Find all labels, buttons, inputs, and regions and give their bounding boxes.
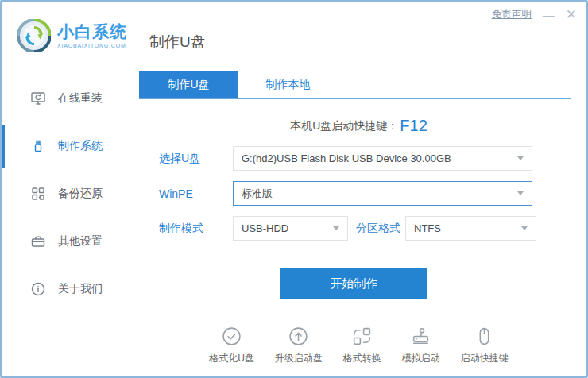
- mode-select-value: USB-HDD: [242, 222, 288, 234]
- sidebar-item-label: 在线重装: [58, 91, 103, 106]
- brand-domain: XIAOBAIXITONG.COM: [57, 43, 127, 48]
- joystick-icon: [410, 326, 431, 347]
- usb-drive-icon: [30, 138, 46, 154]
- winpe-select[interactable]: 标准版: [233, 181, 532, 206]
- sidebar-item-backup-restore[interactable]: 备份还原: [2, 178, 131, 210]
- main-content: 制作U盘 制作本地 本机U盘启动快捷键：F12 选择U盘 G:(hd2)USB …: [131, 70, 586, 378]
- form-row-winpe: WinPE 标准版: [159, 181, 586, 206]
- tool-label: 模拟启动: [402, 352, 440, 365]
- tool-label: 格式化U盘: [209, 352, 254, 365]
- partition-select-value: NTFS: [414, 222, 441, 234]
- tab-make-usb[interactable]: 制作U盘: [139, 71, 238, 98]
- mode-select[interactable]: USB-HDD: [233, 216, 348, 241]
- sidebar-item-make-system[interactable]: 制作系统: [2, 130, 131, 162]
- format-check-icon: [221, 326, 242, 347]
- form-row-mode: 制作模式 USB-HDD 分区格式 NTFS: [159, 216, 586, 241]
- backup-grid-icon: [30, 186, 46, 202]
- titlebar-controls: 免责声明 — ✕: [492, 8, 577, 21]
- tab-make-local[interactable]: 制作本地: [238, 71, 338, 98]
- chevron-down-icon: [517, 156, 524, 160]
- header: 小白系统 XIAOBAIXITONG.COM 制作U盘 免责声明 — ✕: [2, 2, 586, 70]
- tab-bar: 制作U盘 制作本地: [139, 71, 571, 99]
- usb-form: 选择U盘 G:(hd2)USB Flash Disk USB Device 30…: [159, 146, 586, 241]
- chevron-down-icon: [517, 191, 524, 195]
- tool-upgrade-boot-disk[interactable]: 升级启动盘: [275, 326, 323, 365]
- brand-logo-icon: [17, 19, 51, 52]
- sidebar-item-label: 制作系统: [58, 139, 103, 153]
- toolbox-icon: [30, 233, 46, 249]
- brand-name: 小白系统: [57, 23, 127, 40]
- boot-hotkey-line: 本机U盘启动快捷键：F12: [131, 117, 586, 135]
- sidebar-item-about-us[interactable]: 关于我们: [2, 273, 131, 305]
- sidebar-item-label: 其他设置: [58, 234, 103, 249]
- form-row-usb: 选择U盘 G:(hd2)USB Flash Disk USB Device 30…: [159, 146, 586, 171]
- close-icon[interactable]: ✕: [566, 8, 577, 21]
- chevron-down-icon: [521, 226, 528, 230]
- usb-select-value: G:(hd2)USB Flash Disk USB Device 30.00GB: [242, 152, 451, 164]
- monitor-reinstall-icon: [30, 91, 46, 106]
- tool-simulate-boot[interactable]: 模拟启动: [402, 326, 440, 365]
- upgrade-arrow-icon: [288, 326, 309, 347]
- boot-hotkey-label: 本机U盘启动快捷键：: [290, 119, 398, 132]
- tool-label: 启动快捷键: [461, 352, 509, 365]
- brand-block: 小白系统 XIAOBAIXITONG.COM: [57, 23, 127, 48]
- tools-row: 格式化U盘 升级启动盘 格式转换: [131, 326, 586, 365]
- usb-select-label: 选择U盘: [159, 152, 233, 166]
- window-body: 在线重装 制作系统 备份还原: [2, 70, 586, 378]
- sidebar-item-online-reinstall[interactable]: 在线重装: [2, 83, 131, 114]
- partition-select-label: 分区格式: [356, 222, 405, 236]
- disclaimer-link[interactable]: 免责声明: [492, 8, 532, 21]
- chevron-down-icon: [333, 226, 339, 230]
- tool-format-convert[interactable]: 格式转换: [343, 326, 381, 365]
- mouse-icon: [474, 326, 495, 347]
- mode-select-label: 制作模式: [159, 222, 233, 236]
- winpe-select-value: 标准版: [242, 187, 273, 201]
- tool-boot-hotkey[interactable]: 启动快捷键: [461, 326, 509, 365]
- usb-select[interactable]: G:(hd2)USB Flash Disk USB Device 30.00GB: [233, 146, 532, 171]
- sidebar-item-label: 关于我们: [58, 282, 103, 296]
- minimize-icon[interactable]: —: [543, 9, 555, 21]
- start-make-button[interactable]: 开始制作: [280, 268, 427, 299]
- tool-label: 升级启动盘: [275, 352, 323, 365]
- page-title: 制作U盘: [149, 32, 206, 52]
- boot-hotkey-value: F12: [400, 117, 427, 134]
- tool-format-usb[interactable]: 格式化U盘: [209, 326, 254, 365]
- sidebar: 在线重装 制作系统 备份还原: [2, 70, 131, 378]
- info-icon: [30, 281, 46, 297]
- sidebar-item-label: 备份还原: [58, 187, 103, 201]
- convert-icon: [351, 326, 373, 347]
- winpe-select-label: WinPE: [159, 187, 233, 200]
- app-window: 小白系统 XIAOBAIXITONG.COM 制作U盘 免责声明 — ✕ 在线重…: [0, 0, 588, 378]
- sidebar-item-other-settings[interactable]: 其他设置: [2, 226, 131, 257]
- partition-select[interactable]: NTFS: [405, 216, 536, 241]
- tool-label: 格式转换: [343, 352, 381, 365]
